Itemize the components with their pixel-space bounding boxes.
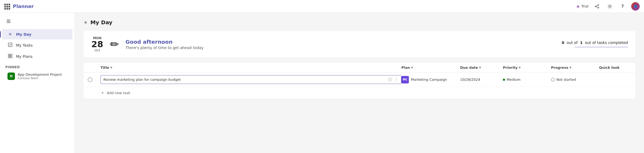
welcome-greeting: Good afternoon — [126, 39, 558, 45]
svg-line-3 — [596, 5, 598, 6]
task-title-box[interactable]: Review marketing plan for campaign budge… — [100, 75, 401, 84]
col-priority-label: Priority — [503, 66, 518, 70]
page-header-icon: ☀ — [83, 20, 88, 25]
table-row: Review marketing plan for campaign budge… — [83, 73, 635, 87]
nav-label-my-day: My Day — [16, 32, 32, 37]
nav-label-my-plans: My Plans — [16, 54, 33, 59]
col-header-priority[interactable]: Priority ▼ — [503, 66, 551, 70]
sidebar-toggle-button[interactable] — [4, 17, 13, 26]
pinned-item-app-dev[interactable]: H App Development Project Contoso Team — [2, 70, 72, 82]
trial-label: Trial — [581, 4, 588, 8]
svg-rect-11 — [10, 54, 12, 56]
task-title-cell: Review marketing plan for campaign budge… — [100, 75, 401, 84]
table-header: Title ▼ Plan ▼ Due date ▼ Priority ▼ Pro… — [83, 63, 635, 73]
welcome-sub: There's plenty of time to get ahead toda… — [126, 46, 558, 50]
task-check-cell — [88, 77, 100, 82]
task-info-icon[interactable]: ⓘ — [388, 77, 392, 82]
priority-label: Medium — [507, 78, 521, 82]
pinned-section-header: Pinned — [0, 62, 75, 70]
plan-cell: MC Marketing Campaign — [401, 76, 460, 83]
sidebar: ☀ My Day My Tasks My Plans — [0, 13, 75, 153]
diamond-icon: ◈ — [576, 4, 580, 9]
avatar[interactable]: 👤 — [631, 2, 640, 11]
col-header-due-date[interactable]: Due date ▼ — [460, 66, 503, 70]
priority-cell: Medium — [503, 78, 551, 82]
tasks-text: out of tasks completed — [585, 41, 628, 45]
pinned-item-text: App Development Project Contoso Team — [18, 73, 62, 80]
svg-rect-10 — [8, 54, 10, 56]
sun-icon: ☀ — [7, 32, 13, 37]
svg-point-2 — [598, 7, 599, 8]
col-duedate-label: Due date — [460, 66, 478, 70]
date-month: Oct — [95, 49, 100, 52]
chevron-down-progress: ▼ — [569, 66, 572, 69]
chevron-down-due-date: ▼ — [479, 66, 481, 69]
progress-circle-icon — [551, 78, 555, 82]
task-count-text: 0 out of 1 out of tasks completed — [562, 41, 628, 45]
plan-badge: MC — [401, 76, 409, 83]
plans-icon — [7, 54, 13, 59]
pinned-item-icon: H — [7, 73, 15, 80]
help-icon[interactable]: ? — [618, 2, 627, 11]
welcome-text: Good afternoon There's plenty of time to… — [126, 39, 558, 50]
page-title: My Day — [90, 19, 112, 26]
col-progress-label: Progress — [551, 66, 568, 70]
trial-badge[interactable]: ◈ Trial — [576, 4, 588, 9]
settings-icon[interactable] — [606, 2, 614, 11]
col-quicklook-label: Quick look — [599, 66, 620, 70]
task-progress: 0 out of 1 out of tasks completed — [562, 41, 628, 48]
tasks-completed: 0 — [562, 41, 564, 45]
top-bar: Planner ◈ Trial ? — [0, 0, 644, 13]
progress-bar-wrap — [575, 46, 628, 48]
add-task-label: Add new task — [107, 91, 130, 95]
svg-rect-13 — [10, 56, 12, 58]
app-title: Planner — [13, 3, 34, 9]
progress-cell: Not started — [551, 78, 599, 82]
svg-rect-12 — [8, 56, 10, 58]
main-content: ☀ My Day MON 28 Oct ✏️ Good afternoon Th… — [75, 13, 644, 153]
chevron-down-title: ▼ — [110, 66, 112, 69]
chevron-down-priority: ▼ — [519, 66, 521, 69]
svg-point-5 — [609, 6, 611, 7]
sidebar-item-my-plans[interactable]: My Plans — [2, 51, 72, 62]
svg-line-4 — [596, 7, 598, 7]
priority-dot — [503, 79, 505, 81]
pinned-item-team: Contoso Team — [18, 76, 62, 80]
task-more-icon[interactable]: ⋮ — [394, 77, 398, 82]
sidebar-toggle-wrap — [0, 15, 75, 28]
task-title-text: Review marketing plan for campaign budge… — [103, 78, 386, 82]
col-plan-label: Plan — [401, 66, 410, 70]
progress-label: Not started — [556, 78, 576, 82]
due-date-cell: 10/28/2024 — [460, 78, 503, 82]
tasks-icon — [7, 43, 13, 48]
chevron-down-plan: ▼ — [411, 66, 413, 69]
col-title-label: Title — [100, 66, 109, 70]
avatar-circle: 👤 — [631, 2, 640, 11]
pencil-icon: ✏️ — [110, 38, 119, 50]
pinned-item-name: App Development Project — [18, 73, 62, 76]
col-header-progress[interactable]: Progress ▼ — [551, 66, 599, 70]
top-bar-left: Planner — [4, 3, 34, 9]
add-task-row[interactable]: ＋ Add new task — [83, 87, 635, 99]
plan-name: Marketing Campaign — [411, 78, 447, 82]
add-task-icon: ＋ — [100, 90, 105, 96]
nav-label-my-tasks: My Tasks — [16, 43, 33, 47]
sidebar-item-my-day[interactable]: ☀ My Day — [2, 29, 72, 39]
tasks-total: 1 — [580, 41, 583, 45]
col-header-plan[interactable]: Plan ▼ — [401, 66, 460, 70]
task-complete-checkbox[interactable] — [88, 77, 92, 82]
svg-rect-8 — [7, 22, 10, 23]
date-block: MON 28 Oct — [91, 36, 104, 52]
welcome-card: MON 28 Oct ✏️ Good afternoon There's ple… — [83, 31, 635, 58]
app-grid-icon[interactable] — [4, 4, 10, 9]
svg-rect-7 — [7, 21, 10, 22]
col-header-title[interactable]: Title ▼ — [100, 66, 401, 70]
sidebar-item-my-tasks[interactable]: My Tasks — [2, 40, 72, 51]
svg-point-0 — [598, 5, 599, 6]
task-section: Title ▼ Plan ▼ Due date ▼ Priority ▼ Pro… — [83, 63, 635, 99]
main-layout: ☀ My Day My Tasks My Plans — [0, 13, 644, 153]
svg-point-1 — [595, 6, 596, 7]
date-number: 28 — [91, 40, 103, 49]
share-icon[interactable] — [593, 2, 601, 11]
svg-rect-6 — [7, 20, 10, 20]
